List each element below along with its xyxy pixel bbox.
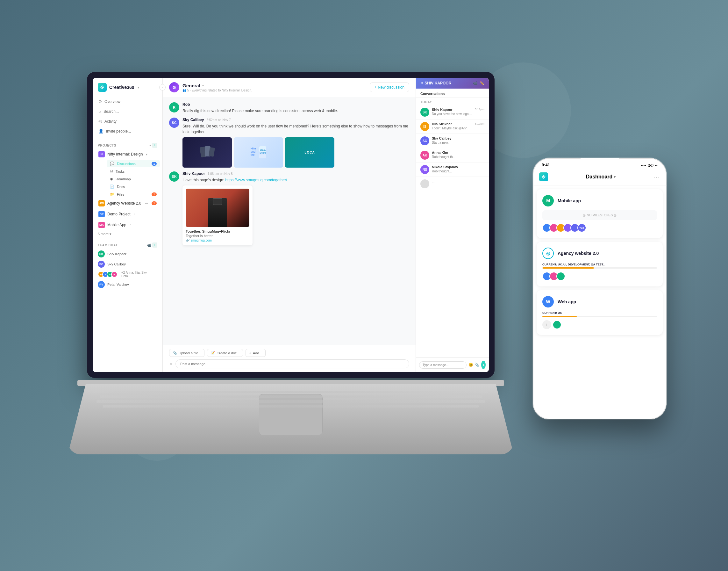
phone-content[interactable]: M Mobile app ◎ NO MILESTONES ◎ +34	[533, 186, 667, 409]
add-btn[interactable]: + Add...	[246, 349, 265, 357]
link-icon: 🔗	[186, 239, 189, 242]
channel-meta: 👥 5 · Everything related to Nifty Intern…	[182, 89, 252, 92]
sub-docs[interactable]: 📄 Docs	[107, 183, 160, 190]
dm-edit-icon[interactable]: ✏️	[480, 81, 484, 85]
nav-overview-label: Overview	[105, 99, 120, 104]
discussion-header: G General ▾ 👥 5 · Ever	[163, 78, 416, 97]
project-agency-name: Agency Website 2.0	[107, 201, 141, 206]
camera-shape	[213, 198, 222, 205]
member-petar[interactable]: PV Petar Valchev	[93, 279, 162, 290]
member-shiv-avatar: SK	[98, 250, 105, 257]
smugmug-link[interactable]: https://www.smugmug.com/together/	[225, 178, 287, 182]
upload-file-btn[interactable]: 📎 Upload a file...	[169, 349, 204, 357]
phone-card-webapp-header: W Web app	[542, 296, 657, 308]
add-btn-label: Add...	[253, 351, 262, 355]
status-icons: ▪▪▪▪ ((•)) ▪▪	[641, 163, 658, 167]
nav-invite[interactable]: 👤 Invite people...	[95, 126, 160, 136]
keyboard-row-3	[97, 400, 485, 403]
dm-preview-illia: I don't. Maybe ask @Anna Kim?	[432, 126, 472, 130]
webapp-add-member-btn[interactable]: +	[542, 320, 551, 329]
member-shiv[interactable]: SK Shiv Kapoor	[93, 249, 162, 259]
nav-invite-label: Invite people...	[106, 129, 131, 133]
dm-attach-icon[interactable]: 📎	[474, 363, 479, 367]
docs-icon: 📄	[110, 185, 114, 189]
webapp-progress-section: CURRENT: UX	[542, 311, 657, 317]
five-more-link[interactable]: 5 more ▾	[93, 231, 162, 237]
dm-message-input[interactable]	[419, 361, 466, 369]
dm-time-illia: 5:12pm	[475, 122, 484, 125]
project-nifty-chevron: ▾	[146, 153, 147, 156]
sub-roadmap[interactable]: ◉ Roadmap	[107, 175, 160, 183]
nav-activity[interactable]: ◎ Activity	[95, 117, 160, 126]
team-chat-add-btn[interactable]: +	[152, 242, 157, 248]
agency-project-info: Agency website 2.0	[558, 251, 599, 256]
dm-video-icon[interactable]: 📹	[473, 81, 478, 85]
agency-progress-label: CURRENT: UX, UI, DEVELOPMENT, QA TEST...	[542, 263, 657, 266]
photo-link-text: smugmug.com	[191, 239, 212, 242]
dm-avatar-sky: SC	[420, 136, 429, 145]
dm-avatar-illia: IS	[420, 122, 429, 131]
dm-send-btn[interactable]: ➤	[481, 361, 486, 369]
phone-time: 9:41	[542, 162, 550, 167]
phone-nav-bar: Dashboard ▾ ···	[533, 170, 667, 186]
nav-overview[interactable]: ⊙ Overview	[95, 97, 160, 106]
projects-add-btn[interactable]: +	[152, 143, 157, 148]
dm-item-shiv[interactable]: SK Shiv Kapoor Do you have the new logo …	[416, 105, 489, 119]
sub-tasks[interactable]: ☑ Tasks	[107, 167, 160, 175]
photo-caption-text: Together, SmugMug+Flickr	[186, 229, 249, 233]
svg-rect-10	[259, 154, 266, 158]
photo-link-row: 🔗 smugmug.com	[186, 239, 249, 242]
tasks-icon: ☑	[110, 169, 113, 173]
agency-progress-fill	[542, 267, 594, 268]
battery-icon: ▪▪	[655, 163, 658, 167]
msg-rob-content: Rob Really dig this new direction! Pleas…	[182, 102, 409, 114]
project-agency[interactable]: AW Agency Website 2.0 ••• 1	[95, 198, 160, 208]
dm-item-unknown[interactable]: ...	[416, 177, 489, 191]
sub-discussions[interactable]: 💬 Discussions 1	[107, 160, 160, 167]
tasks-label: Tasks	[116, 169, 125, 173]
dm-item-sky-dm[interactable]: SC Sky Calibey Start a new...	[416, 134, 489, 148]
svg-point-11	[543, 176, 544, 178]
phone-card-webapp: W Web app CURRENT: UX +	[537, 290, 663, 335]
channel-chevron: ▾	[202, 84, 204, 87]
project-demo[interactable]: DP Demo Project •	[95, 209, 160, 219]
signal-icon: ▪▪▪▪	[641, 163, 646, 167]
member-group[interactable]: A I S P +2 Anna, Illia, Sky, Peta...	[93, 269, 162, 279]
activity-icon: ◎	[99, 119, 102, 124]
dm-item-anna[interactable]: AK Anna Kim Rob thought th...	[416, 148, 489, 162]
dm-name-illia: Illia Strikhar	[432, 122, 472, 126]
dm-preview-unknown: ...	[432, 180, 484, 184]
message-rob: R Rob Really dig this new direction! Ple…	[169, 102, 409, 114]
discussions-badge: 1	[152, 162, 157, 166]
member-sky[interactable]: SC Sky Calibey	[93, 259, 162, 269]
upload-btn-label: Upload a file...	[179, 351, 201, 355]
msg-sky-time: 5:52pm on Nov 7	[206, 118, 231, 122]
sub-files[interactable]: 📁 Files 1	[107, 191, 160, 198]
input-field-row: ✕	[169, 359, 409, 368]
dm-header-title: ✦ SHIV KAPOOR	[420, 81, 451, 85]
phone-more-btn[interactable]: ···	[653, 174, 660, 180]
dm-info-nikola: Nikola Stojanov Rob thought...	[432, 165, 484, 173]
dm-item-illia[interactable]: IS Illia Strikhar I don't. Maybe ask @An…	[416, 119, 489, 134]
project-nifty[interactable]: N Nifty Internal: Design ▾	[95, 149, 160, 159]
milestone-icon: ◎	[583, 214, 586, 217]
dm-emoji-icon[interactable]: 😊	[468, 363, 473, 367]
create-doc-btn[interactable]: 📝 Create a doc...	[207, 349, 243, 357]
dm-list[interactable]: SK Shiv Kapoor Do you have the new logo …	[416, 105, 489, 357]
channel-info: General ▾ 👥 5 · Everything related to Ni…	[182, 83, 252, 92]
collapse-sidebar-btn[interactable]: ‹	[159, 84, 166, 91]
project-mobile-dots: •	[130, 223, 131, 227]
dm-avatar-unknown	[420, 180, 429, 188]
discussions-icon: 💬	[110, 161, 114, 166]
message-input[interactable]	[175, 359, 409, 368]
laptop-base	[68, 384, 514, 454]
messages-area[interactable]: R Rob Really dig this new direction! Ple…	[163, 97, 416, 345]
nav-search[interactable]: ⌕ Search...	[95, 107, 160, 116]
input-actions: 📎 Upload a file... 📝 Create a doc... + A…	[169, 349, 409, 357]
dm-item-nikola[interactable]: NS Nikola Stojanov Rob thought...	[416, 162, 489, 177]
channel-name-row: General ▾	[182, 83, 252, 88]
dm-avatar-nikola: NS	[420, 165, 429, 174]
project-mobile[interactable]: MA Mobile App •	[95, 220, 160, 230]
input-cancel-icon[interactable]: ✕	[169, 361, 173, 366]
new-discussion-button[interactable]: + New discussion	[370, 83, 409, 92]
